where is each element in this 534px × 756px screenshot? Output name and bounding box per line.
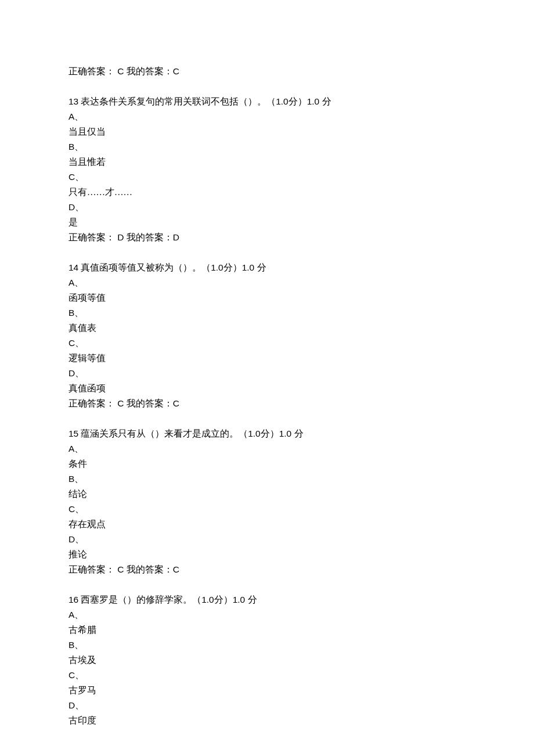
points-value: 1.0 bbox=[201, 595, 214, 604]
option-label: A、 bbox=[68, 441, 466, 456]
option-label: C、 bbox=[68, 668, 466, 683]
answer-line: 正确答案： C 我的答案：C bbox=[68, 396, 466, 411]
points-value: 1.0 bbox=[276, 96, 288, 106]
blank-line bbox=[68, 411, 466, 426]
my-answer-label: 我的答案： bbox=[127, 564, 173, 574]
my-answer-label: 我的答案： bbox=[127, 232, 173, 242]
question-number: 16 bbox=[68, 595, 78, 604]
option-label: D、 bbox=[68, 366, 466, 381]
option-text: 存在观点 bbox=[68, 517, 466, 532]
question-stem: 14 真值函项等值又被称为（）。（1.0分）1.0 分 bbox=[68, 260, 466, 275]
score-value: 1.0 bbox=[242, 262, 257, 272]
option-label: C、 bbox=[68, 336, 466, 351]
score-value: 1.0 bbox=[233, 595, 248, 604]
option-label: B、 bbox=[68, 471, 466, 487]
option-text: 条件 bbox=[68, 456, 466, 471]
score-value: 1.0 bbox=[279, 429, 294, 438]
question-stem: 13 表达条件关系复句的常用关联词不包括（）。（1.0分）1.0 分 bbox=[68, 94, 466, 109]
option-text: 是 bbox=[68, 215, 466, 230]
option-label: B、 bbox=[68, 638, 466, 653]
question-number: 13 bbox=[68, 96, 78, 106]
question-stem: 15 蕴涵关系只有从（）来看才是成立的。（1.0分）1.0 分 bbox=[68, 426, 466, 441]
option-label: D、 bbox=[68, 200, 466, 215]
question-text: 蕴涵关系只有从（）来看才是成立的。（ bbox=[78, 429, 248, 438]
option-text: 逻辑等值 bbox=[68, 351, 466, 366]
option-label: A、 bbox=[68, 275, 466, 290]
my-answer-value: C bbox=[173, 398, 179, 408]
question-text: 表达条件关系复句的常用关联词不包括（）。（ bbox=[78, 96, 276, 106]
option-text: 古罗马 bbox=[68, 683, 466, 698]
option-label: D、 bbox=[68, 532, 466, 547]
points-value: 1.0 bbox=[211, 262, 223, 272]
my-answer-value: C bbox=[173, 564, 179, 574]
correct-answer-label: 正确答案： bbox=[68, 66, 115, 76]
score-unit: 分 bbox=[294, 429, 304, 438]
option-text: 函项等值 bbox=[68, 290, 466, 305]
points-unit: 分） bbox=[214, 595, 233, 604]
answer-line: 正确答案： C 我的答案：C bbox=[68, 64, 466, 79]
option-label: A、 bbox=[68, 607, 466, 622]
correct-answer-value: C bbox=[115, 398, 127, 408]
correct-answer-label: 正确答案： bbox=[68, 232, 115, 242]
points-unit: 分） bbox=[223, 262, 242, 272]
option-text: 古埃及 bbox=[68, 653, 466, 668]
answer-line: 正确答案： D 我的答案：D bbox=[68, 230, 466, 245]
option-text: 只有……才…… bbox=[68, 185, 466, 200]
question-stem: 16 西塞罗是（）的修辞学家。（1.0分）1.0 分 bbox=[68, 592, 466, 607]
correct-answer-value: C bbox=[115, 66, 127, 76]
option-text: 真值函项 bbox=[68, 381, 466, 396]
my-answer-value: C bbox=[173, 66, 179, 76]
option-text: 结论 bbox=[68, 487, 466, 502]
option-text: 推论 bbox=[68, 547, 466, 562]
option-label: C、 bbox=[68, 502, 466, 517]
correct-answer-value: C bbox=[115, 564, 127, 574]
points-unit: 分） bbox=[261, 429, 279, 438]
question-number: 15 bbox=[68, 429, 78, 438]
score-unit: 分 bbox=[257, 262, 266, 272]
score-unit: 分 bbox=[248, 595, 257, 604]
option-label: C、 bbox=[68, 170, 466, 185]
points-value: 1.0 bbox=[248, 429, 261, 438]
blank-line bbox=[68, 79, 466, 94]
score-value: 1.0 bbox=[307, 96, 322, 106]
correct-answer-value: D bbox=[115, 232, 127, 242]
option-text: 当且仅当 bbox=[68, 124, 466, 139]
blank-line bbox=[68, 245, 466, 260]
my-answer-label: 我的答案： bbox=[127, 398, 173, 408]
option-label: D、 bbox=[68, 698, 466, 713]
my-answer-label: 我的答案： bbox=[127, 66, 173, 76]
answer-line: 正确答案： C 我的答案：C bbox=[68, 562, 466, 577]
points-unit: 分） bbox=[288, 96, 307, 106]
blank-line bbox=[68, 577, 466, 592]
correct-answer-label: 正确答案： bbox=[68, 398, 115, 408]
document-page: 正确答案： C 我的答案：C 13 表达条件关系复句的常用关联词不包括（）。（1… bbox=[0, 0, 534, 756]
my-answer-value: D bbox=[173, 232, 179, 242]
option-text: 古印度 bbox=[68, 713, 466, 728]
option-text: 真值表 bbox=[68, 321, 466, 336]
question-text: 真值函项等值又被称为（）。（ bbox=[78, 262, 211, 272]
correct-answer-label: 正确答案： bbox=[68, 564, 115, 574]
question-text: 西塞罗是（）的修辞学家。（ bbox=[78, 595, 201, 604]
option-label: B、 bbox=[68, 305, 466, 321]
option-text: 当且惟若 bbox=[68, 154, 466, 170]
option-label: A、 bbox=[68, 109, 466, 124]
option-label: B、 bbox=[68, 139, 466, 154]
score-unit: 分 bbox=[322, 96, 331, 106]
question-number: 14 bbox=[68, 262, 78, 272]
option-text: 古希腊 bbox=[68, 622, 466, 638]
